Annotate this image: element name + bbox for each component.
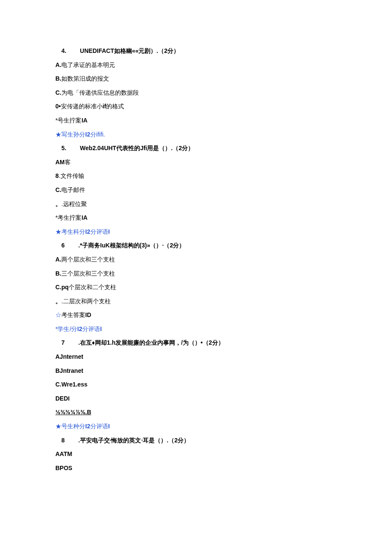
q6-option-D: 。.二层次和两个支柱: [55, 296, 337, 307]
q5-option-B: 8.文件传输: [55, 170, 337, 182]
q7-option-D: DEDI: [55, 393, 337, 404]
q4-option-C: C.为电「传递供应估息的数据段: [55, 87, 337, 99]
q7-option-C: C.Wre1.ess: [55, 379, 337, 390]
star-icon: ★: [55, 228, 61, 235]
q5-option-C: C.电子邮件: [55, 184, 337, 196]
question-4-text: UNEDIFACT如格幽««元剧）.（2分）: [80, 47, 179, 54]
q8-option-A: AATM: [55, 448, 337, 460]
q4-option-B: B.如数第汨成的报文: [55, 73, 337, 84]
question-4-stem: 4. UNEDIFACT如格幽««元剧）.（2分）: [55, 45, 337, 57]
star-icon: ★: [55, 131, 61, 138]
question-8-stem: 8 .平安电子交·悔放的英文·耳是（）.（2分）: [55, 435, 337, 446]
page-content: 4. UNEDIFACT如格幽««元剧）.（2分） A.电了承证的基本明元 B.…: [0, 0, 392, 555]
question-6-text: .*子商务IuK根架结构的(3)»（）·（2分）: [78, 242, 185, 249]
q6-option-A: A.两个层次和三个支柱: [55, 254, 337, 265]
q4-score: ★写生孙分I2分ififi.: [55, 129, 337, 140]
q6-student-answer: ☆考生答案ID: [55, 309, 337, 321]
question-8-number: 8: [61, 435, 65, 446]
q4-option-A: A.电了承证的基本明元: [55, 59, 337, 71]
question-5-text: Web2.04UHT代表性的Jfi用是（）.（2分）: [80, 145, 194, 151]
q7-option-B: BJntranet: [55, 365, 337, 377]
q5-student-answer: *考生拧案IA: [55, 212, 337, 224]
q5-score: ★考生科分I2分评语I: [55, 226, 337, 238]
question-7-text: .在互♦网却1.h发展能廉的企业内事网，/为（）•（2分）: [78, 339, 224, 346]
question-7-stem: 7 .在互♦网却1.h发展能廉的企业内事网，/为（）•（2分）: [55, 337, 337, 349]
q7-option-A: AJnternet: [55, 351, 337, 363]
q6-option-C: C.pq个层次和二个支柱: [55, 282, 337, 293]
q7-score: ★号生种分I2分评语I: [55, 421, 337, 432]
q5-option-D: 。.远程位聚: [55, 198, 337, 210]
star-open-icon: ☆: [55, 311, 61, 318]
question-4-number: 4.: [61, 45, 66, 57]
question-6-number: 6: [61, 240, 65, 251]
q4-option-D: 0•安传递的标准小if的格式: [55, 101, 337, 112]
q8-option-B: BPOS: [55, 462, 337, 474]
q4-student-answer: *号生拧案IA: [55, 115, 337, 126]
star-icon: ★: [55, 423, 61, 430]
question-6-stem: 6 .*子商务IuK根架结构的(3)»（）·（2分）: [55, 240, 337, 251]
q7-student-answer: ⅛⅜⅜¾⅞⅜.B: [55, 407, 337, 418]
question-8-text: .平安电子交·悔放的英文·耳是（）.（2分）: [78, 437, 190, 444]
question-5-number: 5.: [61, 142, 66, 154]
q6-option-B: B.三个层次和三个支柱: [55, 268, 337, 279]
question-5-stem: 5. Web2.04UHT代表性的Jfi用是（）.（2分）: [55, 142, 337, 154]
q5-option-A: AM客: [55, 157, 337, 168]
q6-score: *学生/分I2分评语I: [55, 323, 337, 335]
question-7-number: 7: [61, 337, 65, 349]
